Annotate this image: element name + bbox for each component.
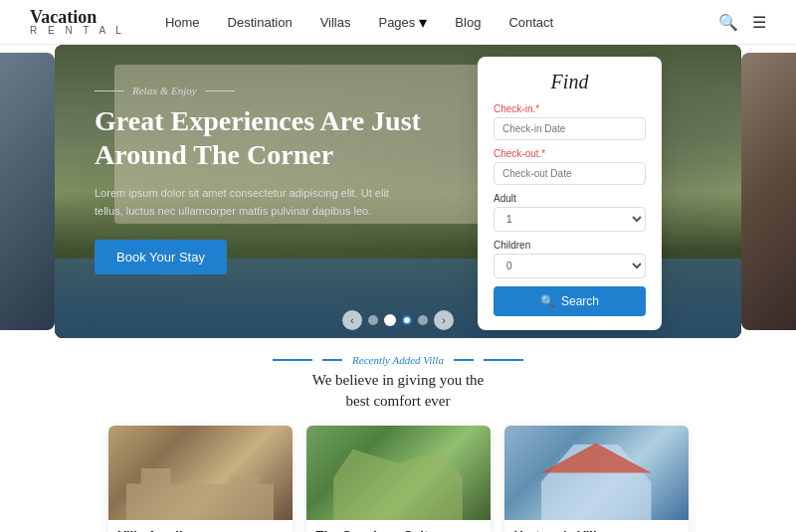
nav-villas[interactable]: Villas (320, 15, 351, 30)
checkin-label: Check-in.* (494, 103, 646, 114)
slide-dot-2[interactable] (384, 314, 396, 326)
section-line-left (273, 359, 312, 361)
search-btn-label: Search (561, 294, 599, 308)
header-icons: 🔍 ☰ (718, 13, 766, 32)
logo-vacation: Vacation (30, 8, 125, 26)
search-icon: 🔍 (540, 294, 555, 308)
chevron-down-icon: ▾ (419, 13, 427, 32)
hero-next-bg (741, 53, 796, 330)
hero-tagline-text: Relax & Enjoy (132, 85, 197, 96)
section-title: We believe in giving you the best comfor… (30, 370, 766, 412)
site-logo: Vacation R e n t a l (30, 8, 125, 36)
adult-label: Adult (494, 193, 646, 204)
villa-name-1: Villa Amalia (118, 528, 283, 532)
find-card: Find Check-in.* Check-out.* Adult 1 2 3 … (478, 57, 662, 330)
hero-tagline: Relax & Enjoy (95, 85, 421, 96)
search-button[interactable]: 🔍 Search (494, 286, 646, 316)
villa-card-1: Villa Amalia Lorem ipsum dolor sit amet,… (108, 426, 293, 532)
hero-title: Great Experiences Are JustAround The Cor… (95, 104, 421, 171)
hero-dots: ‹ › (342, 310, 454, 330)
book-stay-button[interactable]: Book Your Stay (95, 240, 227, 274)
children-select[interactable]: 0 1 2 3 (494, 254, 646, 278)
slide-dot-1[interactable] (368, 315, 378, 325)
adult-select[interactable]: 1 2 3 4 (494, 207, 646, 232)
checkout-input[interactable] (494, 162, 646, 185)
villa-info-2: The Sanskara Suite Lorem ipsum dolor sit… (306, 520, 491, 532)
find-title: Find (494, 71, 646, 93)
nav-contact[interactable]: Contact (508, 15, 553, 30)
checkin-input[interactable] (494, 117, 646, 140)
checkout-label: Check-out.* (494, 148, 646, 159)
next-slide-button[interactable]: › (434, 310, 454, 330)
children-label: Children (494, 240, 646, 251)
nav-pages-wrapper: Pages ▾ (378, 13, 427, 32)
hero-content: Relax & Enjoy Great Experiences Are Just… (95, 85, 421, 274)
site-header: Vacation R e n t a l Home Destination Vi… (0, 0, 796, 45)
hero-section: Relax & Enjoy Great Experiences Are Just… (0, 45, 796, 338)
hero-description: Lorem ipsum dolor sit amet consectetur a… (95, 185, 413, 220)
section-line-left-2 (322, 359, 342, 361)
section-line-right-2 (454, 359, 474, 361)
villas-grid: Villa Amalia Lorem ipsum dolor sit amet,… (30, 426, 766, 532)
section-subtitle-wrap: Recently Added Villa (30, 354, 766, 366)
villa-name-3: Hartono's Villa (514, 528, 679, 532)
nav-home[interactable]: Home (165, 15, 200, 30)
villa-info-1: Villa Amalia Lorem ipsum dolor sit amet,… (108, 520, 293, 532)
villas-section: Recently Added Villa We believe in givin… (0, 338, 796, 532)
hero-prev-bg (0, 53, 55, 330)
section-line-right (484, 359, 523, 361)
villa-image-1 (108, 426, 293, 520)
villa-image-3 (504, 426, 689, 520)
hero-prev-card (0, 53, 55, 330)
slide-dot-4[interactable] (418, 315, 428, 325)
prev-slide-button[interactable]: ‹ (342, 310, 362, 330)
hero-next-card (741, 53, 796, 330)
villa-name-2: The Sanskara Suite (316, 528, 481, 532)
villa-info-3: Hartono's Villa Lorem ipsum dolor sit am… (504, 520, 689, 532)
menu-icon-button[interactable]: ☰ (752, 13, 766, 32)
logo-rental: R e n t a l (30, 26, 125, 36)
villa-card-2: The Sanskara Suite Lorem ipsum dolor sit… (306, 426, 491, 532)
search-icon-button[interactable]: 🔍 (718, 13, 738, 32)
hero-main-slide: Relax & Enjoy Great Experiences Are Just… (55, 45, 741, 338)
tagline-line-right (205, 90, 235, 91)
villa-image-2 (306, 426, 491, 520)
main-nav: Home Destination Villas Pages ▾ Blog Con… (165, 13, 718, 32)
tagline-line-left (95, 90, 124, 91)
section-subtitle: Recently Added Villa (352, 354, 444, 366)
nav-pages[interactable]: Pages (378, 15, 415, 30)
nav-destination[interactable]: Destination (228, 15, 293, 30)
nav-blog[interactable]: Blog (455, 15, 481, 30)
villa-card-3: Hartono's Villa Lorem ipsum dolor sit am… (504, 426, 689, 532)
slide-dot-3[interactable] (402, 315, 412, 325)
